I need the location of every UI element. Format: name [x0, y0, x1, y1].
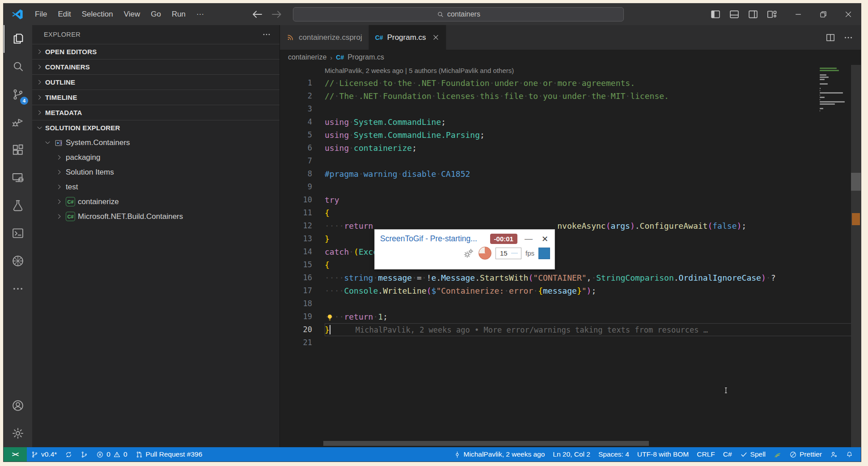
code-text[interactable]: {	[325, 206, 861, 219]
line-number[interactable]: 13	[280, 232, 325, 245]
status-encoding[interactable]: UTF-8 with BOM	[633, 447, 693, 462]
command-center-search[interactable]: containers	[293, 7, 624, 21]
layout-panel-icon[interactable]	[728, 9, 740, 20]
section-solution-explorer[interactable]: SOLUTION EXPLORER	[32, 120, 279, 135]
status-eol[interactable]: CRLF	[693, 447, 719, 462]
remote-indicator[interactable]: ><	[4, 447, 27, 462]
line-number[interactable]: 19	[280, 310, 325, 323]
status-problems[interactable]: 00	[92, 447, 131, 462]
menu-selection[interactable]: Selection	[77, 8, 118, 21]
tree-item-packaging[interactable]: packaging	[32, 150, 279, 165]
activity-item-terminal[interactable]	[4, 219, 32, 247]
code-text[interactable]: //·Licensed·to·the·.NET·Foundation·under…	[325, 77, 861, 90]
line-number[interactable]: 21	[280, 336, 325, 349]
line-number[interactable]: 16	[280, 271, 325, 284]
close-icon[interactable]	[432, 34, 440, 41]
activity-item-compass[interactable]	[4, 247, 32, 275]
line-number[interactable]: 4	[280, 115, 325, 128]
tab-program-cs[interactable]: C#Program.cs	[369, 25, 446, 50]
more-actions-icon[interactable]	[843, 32, 854, 43]
line-number[interactable]: 20	[280, 323, 325, 336]
line-number[interactable]: 12	[280, 219, 325, 232]
status-feedback[interactable]	[826, 447, 842, 462]
line-number[interactable]: 11	[280, 206, 325, 219]
dialog-close-button[interactable]: ✕	[540, 234, 550, 244]
menu-file[interactable]: File	[30, 8, 51, 21]
line-number[interactable]: 5	[280, 128, 325, 141]
status-prettier[interactable]: Prettier	[785, 447, 826, 462]
breadcrumb[interactable]: containerize›C#Program.cs	[280, 50, 861, 65]
back-icon[interactable]	[250, 8, 264, 21]
line-number[interactable]: 14	[280, 245, 325, 258]
breadcrumb-item[interactable]: Program.cs	[347, 53, 384, 61]
tree-item-test[interactable]: test	[32, 180, 279, 194]
forward-icon[interactable]	[270, 8, 284, 21]
line-number[interactable]: 17	[280, 284, 325, 297]
activity-item-run-and-debug[interactable]	[4, 108, 32, 136]
code-text[interactable]: ····return·1;	[325, 310, 861, 323]
restore-button[interactable]	[811, 4, 836, 25]
status-blame-status[interactable]: MichalPavlik, 2 weeks ago	[449, 447, 549, 462]
scrollbar-thumb[interactable]	[851, 173, 861, 191]
code-text[interactable]: using·System.CommandLine.Parsing;	[325, 128, 861, 141]
activity-item-explorer[interactable]	[4, 25, 32, 53]
split-editor-icon[interactable]	[825, 32, 836, 43]
tree-item-solution-items[interactable]: Solution Items	[32, 165, 279, 180]
code-text[interactable]	[325, 154, 861, 167]
code-text[interactable]: ····string·message·=·!e.Message.StartsWi…	[325, 271, 861, 284]
layout-sidebar-left-icon[interactable]	[710, 9, 721, 20]
code-text[interactable]: //·The·.NET·Foundation·licenses·this·fil…	[325, 90, 861, 103]
status-sync[interactable]	[61, 447, 76, 462]
code-text[interactable]	[325, 336, 861, 349]
minimize-button[interactable]	[786, 4, 811, 25]
status-extension-status[interactable]	[770, 447, 785, 462]
line-number[interactable]: 15	[280, 258, 325, 271]
activity-item-source-control[interactable]: 4	[4, 81, 32, 108]
line-number[interactable]: 6	[280, 141, 325, 154]
line-number[interactable]: 3	[280, 103, 325, 115]
menu-edit[interactable]: Edit	[53, 8, 75, 21]
line-number[interactable]: 7	[280, 154, 325, 167]
activity-item-extensions[interactable]	[4, 136, 32, 164]
activity-item-accounts[interactable]	[4, 392, 32, 419]
status-source-control-graph[interactable]	[76, 447, 92, 462]
menu-[interactable]: ···	[192, 8, 208, 21]
section-timeline[interactable]: TIMELINE	[32, 90, 279, 105]
status-cursor-position[interactable]: Ln 20, Col 2	[549, 447, 594, 462]
code-text[interactable]	[325, 180, 861, 193]
status-spell-checker[interactable]: Spell	[736, 447, 770, 462]
line-number[interactable]: 8	[280, 167, 325, 180]
horizontal-scrollbar[interactable]	[323, 441, 649, 446]
line-number[interactable]: 18	[280, 297, 325, 310]
explorer-more-actions-icon[interactable]	[262, 30, 271, 39]
code-text[interactable]: using·containerize;	[325, 141, 861, 154]
tree-item-containerize[interactable]: C#containerize	[32, 194, 279, 209]
status-indentation[interactable]: Spaces: 4	[594, 447, 633, 462]
tree-item-system-containers[interactable]: System.Containers	[32, 135, 279, 150]
layout-sidebar-right-icon[interactable]	[747, 9, 759, 20]
settings-gears-icon[interactable]	[463, 248, 474, 259]
status-language-mode[interactable]: C#	[719, 447, 736, 462]
line-number[interactable]: 10	[280, 193, 325, 206]
activity-item-testing[interactable]	[4, 192, 32, 219]
activity-item-additional-views[interactable]	[4, 275, 32, 303]
code-text[interactable]: }MichalPavlik, 2 weeks ago • More error/…	[325, 323, 861, 336]
code-text[interactable]	[325, 103, 861, 115]
activity-item-remote-explorer[interactable]	[4, 164, 32, 192]
section-open-editors[interactable]: OPEN EDITORS	[32, 44, 279, 59]
fps-input[interactable]: 15	[495, 248, 521, 259]
code-text[interactable]: ····Console.WriteLine($"Containerize:·er…	[325, 284, 861, 297]
layout-customize-icon[interactable]	[766, 9, 778, 20]
menu-go[interactable]: Go	[146, 8, 165, 21]
tab-containerize-csproj[interactable]: containerize.csproj	[280, 25, 369, 50]
activity-item-search[interactable]	[4, 53, 32, 81]
tree-item-microsoft-net-build-containers[interactable]: C#Microsoft.NET.Build.Containers	[32, 209, 279, 224]
status-pull-request[interactable]: Pull Request #396	[131, 447, 207, 462]
line-number[interactable]: 9	[280, 180, 325, 193]
code-text[interactable]: using·System.CommandLine;	[325, 115, 861, 128]
menu-view[interactable]: View	[119, 8, 145, 21]
line-number[interactable]: 2	[280, 90, 325, 103]
activity-item-manage[interactable]	[4, 419, 32, 447]
breadcrumb-item[interactable]: containerize	[288, 53, 326, 61]
code-text[interactable]	[325, 297, 861, 310]
